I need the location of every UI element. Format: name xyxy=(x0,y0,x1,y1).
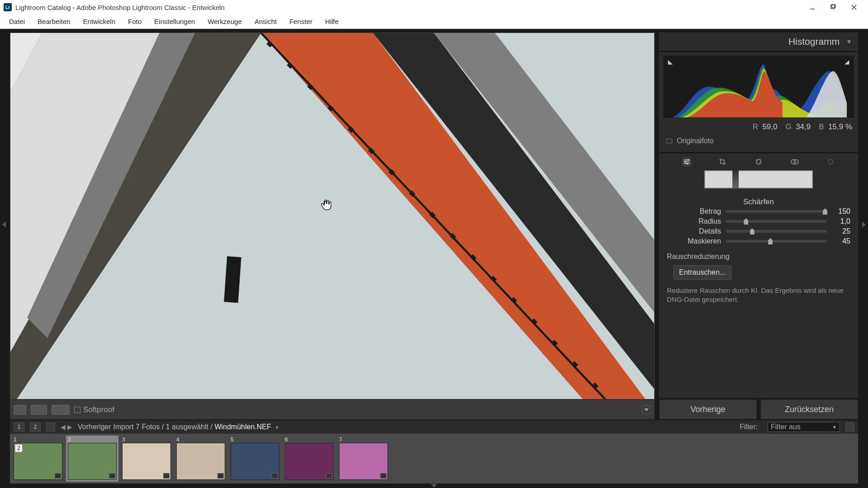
svg-marker-6 xyxy=(862,221,866,228)
app-icon: Lr xyxy=(4,3,12,11)
menu-bearbeiten[interactable]: Bearbeiten xyxy=(31,16,77,27)
menu-fenster[interactable]: Fenster xyxy=(283,16,319,27)
noise-section: Rauschreduzierung Entrauschen... Reduzie… xyxy=(660,246,858,308)
reset-button[interactable]: Zurücksetzen xyxy=(760,399,858,419)
crop-tool-icon[interactable] xyxy=(717,157,727,167)
menu-datei[interactable]: Datei xyxy=(3,16,31,27)
healing-tool-icon[interactable] xyxy=(754,157,764,167)
grid-view-button[interactable] xyxy=(46,422,55,432)
slider-thumb[interactable] xyxy=(744,218,748,225)
image-viewport[interactable] xyxy=(10,33,655,399)
menu-ansicht[interactable]: Ansicht xyxy=(248,16,283,27)
thumb-image xyxy=(68,443,117,480)
content-row: Softproof Histogramm ▼ xyxy=(10,30,858,419)
softproof-toggle[interactable]: Softproof xyxy=(74,405,114,414)
stack-count-badge: 2 xyxy=(15,444,23,452)
detail-preview-thumb[interactable] xyxy=(704,170,813,188)
window-title: Lightroom Catalog - Adobe Photoshop Ligh… xyxy=(15,4,802,11)
svg-point-50 xyxy=(828,160,833,164)
previous-button[interactable]: Vorherige xyxy=(659,399,757,419)
thumb-badge-icon xyxy=(55,473,61,479)
checkbox-icon xyxy=(666,139,672,143)
breadcrumb[interactable]: Vorheriger Import 7 Fotos / 1 ausgewählt… xyxy=(78,423,279,431)
thumb-image xyxy=(231,443,279,480)
filmstrip-thumb[interactable]: 3 xyxy=(120,436,173,482)
slider-track[interactable] xyxy=(726,210,827,213)
thumb-badge-icon xyxy=(109,473,115,479)
denoise-button[interactable]: Entrauschen... xyxy=(673,265,731,280)
slider-track[interactable] xyxy=(726,220,827,223)
thumb-badge-icon xyxy=(272,473,278,479)
filmstrip-thumb[interactable]: 7 xyxy=(337,436,390,482)
toolbar-dropdown[interactable] xyxy=(642,405,651,414)
image-panel: Softproof xyxy=(10,33,655,419)
current-filename: Windmühlen.NEF xyxy=(214,423,271,431)
filter-lock-button[interactable] xyxy=(845,422,854,432)
slider-thumb[interactable] xyxy=(823,208,827,215)
filter-select[interactable]: Filter aus ▼ xyxy=(768,422,840,432)
slider-maskieren[interactable]: Maskieren 45 xyxy=(660,236,858,246)
slider-label: Details xyxy=(667,227,721,235)
thumb-image xyxy=(122,443,171,480)
svg-point-43 xyxy=(684,161,686,163)
compare-view-button[interactable] xyxy=(52,405,70,415)
thumb-number: 1 xyxy=(14,436,17,443)
slider-value: 25 xyxy=(831,227,850,235)
svg-rect-45 xyxy=(756,160,761,164)
menu-entwickeln[interactable]: Entwickeln xyxy=(77,16,122,27)
thumb-badge-icon xyxy=(326,473,332,479)
nav-back-icon[interactable]: ◀ xyxy=(61,423,66,431)
slider-betrag[interactable]: Betrag 150 xyxy=(660,206,858,216)
slider-thumb[interactable] xyxy=(768,238,773,244)
maximize-button[interactable] xyxy=(823,0,844,14)
slider-track[interactable] xyxy=(726,240,827,243)
filmstrip-thumb[interactable]: 5 xyxy=(229,436,281,482)
histogram-chart[interactable] xyxy=(663,56,854,119)
thumb-image xyxy=(176,443,225,480)
thumb-number: 3 xyxy=(122,436,125,443)
menu-werkzeuge[interactable]: Werkzeuge xyxy=(201,16,248,27)
filmstrip-thumb[interactable]: 1 2 xyxy=(12,436,64,482)
filmstrip-thumb[interactable]: 6 xyxy=(283,436,335,482)
slider-value: 150 xyxy=(831,207,850,216)
thumb-number: 4 xyxy=(176,436,179,443)
left-panel-handle[interactable] xyxy=(2,216,6,233)
filmstrip-thumb[interactable]: 4 xyxy=(175,436,227,482)
svg-point-46 xyxy=(757,160,758,161)
slider-track[interactable] xyxy=(726,230,827,233)
menu-einstellungen[interactable]: Einstellungen xyxy=(148,16,201,27)
mask-tool-icon[interactable] xyxy=(790,157,800,167)
close-button[interactable] xyxy=(844,0,864,14)
histogram-rgb-readout: R 59,0 G 34,9 B 15,9 % xyxy=(663,119,854,133)
filmstrip-thumbs[interactable]: 1 2 2 3 4 5 6 7 xyxy=(10,434,858,483)
filmstrip-header: 1 2 ◀ ▶ Vorheriger Import 7 Fotos / 1 au… xyxy=(10,420,858,434)
nav-forward-icon[interactable]: ▶ xyxy=(67,423,72,431)
loupe-view-button[interactable] xyxy=(14,405,26,415)
svg-marker-51 xyxy=(431,484,437,488)
before-after-button[interactable] xyxy=(31,405,47,415)
thumb-number: 6 xyxy=(285,436,288,443)
filmstrip-thumb[interactable]: 2 xyxy=(66,436,118,482)
chevron-down-icon: ▼ xyxy=(273,425,279,430)
menu-hilfe[interactable]: Hilfe xyxy=(319,16,345,27)
right-panel-handle[interactable] xyxy=(862,216,866,233)
secondary-display-button[interactable]: 2 xyxy=(30,422,41,432)
workspace: Softproof Histogramm ▼ xyxy=(0,29,868,488)
filmstrip-handle[interactable] xyxy=(10,483,858,488)
menu-foto[interactable]: Foto xyxy=(122,16,148,27)
g-label: G xyxy=(785,122,791,131)
slider-details[interactable]: Details 25 xyxy=(660,226,858,236)
svg-point-49 xyxy=(794,160,798,164)
histogram-header[interactable]: Histogramm ▼ xyxy=(659,33,858,51)
original-photo-toggle[interactable]: Originalfoto xyxy=(663,133,854,147)
slider-radius[interactable]: Radius 1,0 xyxy=(660,216,858,226)
slider-thumb[interactable] xyxy=(750,228,755,235)
edit-tool-icon[interactable] xyxy=(682,157,692,167)
minimize-button[interactable] xyxy=(802,0,823,14)
chevron-down-icon: ▼ xyxy=(832,425,837,430)
svg-marker-35 xyxy=(644,408,649,411)
redeye-tool-icon[interactable] xyxy=(826,157,835,167)
filmstrip: 1 2 ◀ ▶ Vorheriger Import 7 Fotos / 1 au… xyxy=(10,420,858,488)
primary-display-button[interactable]: 1 xyxy=(14,422,24,432)
titlebar: Lr Lightroom Catalog - Adobe Photoshop L… xyxy=(0,0,868,14)
